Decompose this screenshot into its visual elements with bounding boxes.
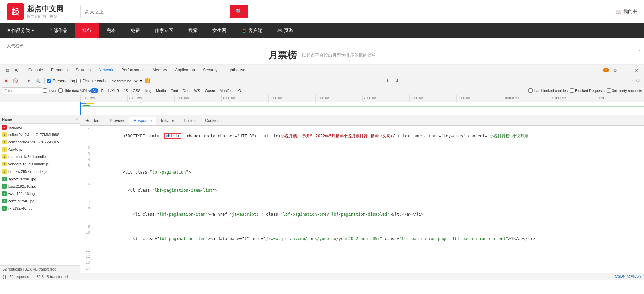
tab-timing[interactable]: Timing [179, 117, 200, 125]
file-list-panel: Name × H yuepiao/ J collect?v=2&tid=G-FZ… [0, 115, 80, 273]
site-logo: 起 起点中文网 阅文集团 旗下网站 [7, 3, 64, 20]
filter-type-fetch[interactable]: Fetch/XHR [99, 88, 121, 93]
file-name: collect?v=2&tid=G-FZMMH98S [8, 133, 59, 137]
filter-type-js[interactable]: JS [122, 88, 130, 93]
preserve-log-checkbox[interactable]: Preserve log [47, 79, 75, 83]
toolbar-divider-2 [44, 78, 45, 84]
search-input[interactable] [81, 6, 230, 17]
tick-6000: 6000 ms [315, 95, 362, 102]
site-nav: ≡ 作品分类 ▾ 全部作品 排行 完本 免费 作家专区 搜索 女生网 📱 客户端… [0, 23, 644, 38]
timeline-yellow-tick [317, 107, 322, 107]
page-title-area: 月票榜 以起点平台投出月票为排序依据的榜单 [268, 49, 376, 62]
blocked-requests-checkbox[interactable]: Blocked Requests [570, 88, 605, 93]
nav-item-complete[interactable]: 完本 [99, 23, 123, 38]
search-requests-btn[interactable]: 🔍 [34, 77, 42, 85]
clear-button[interactable]: 🚫 [11, 77, 19, 85]
timeline-bar-3 [86, 103, 94, 104]
filter-type-css[interactable]: CSS [131, 88, 143, 93]
filter-right: Has blocked cookies Blocked Requests 3rd… [528, 88, 642, 93]
elements-picker-icon[interactable]: ↖ [12, 66, 21, 75]
filter-type-ws[interactable]: WS [192, 88, 202, 93]
requests-status: 62 requests [9, 275, 29, 279]
tab-memory[interactable]: Memory [149, 66, 171, 75]
list-item[interactable]: I cqbz192x46.jpg [0, 197, 80, 205]
issues-badge[interactable]: 1 [603, 68, 609, 72]
hide-data-urls-checkbox[interactable]: Hide data URLs [58, 88, 90, 93]
tab-headers[interactable]: Headers [80, 117, 105, 125]
expand-arrow[interactable]: › [639, 48, 641, 54]
nav-item-female[interactable]: 女生网 [205, 23, 234, 38]
filter-input[interactable] [2, 87, 42, 94]
close-devtools-icon[interactable]: ✕ [632, 66, 641, 75]
nav-item-free[interactable]: 免费 [123, 23, 147, 38]
file-type-icon: I [2, 206, 7, 211]
my-book-label: 我的书 [623, 9, 637, 15]
list-item[interactable]: I wzzs192x46.jpg [0, 190, 80, 197]
tab-initiator[interactable]: Initiator [156, 117, 179, 125]
device-toggle-icon[interactable]: ⧉ [3, 66, 12, 75]
filter-type-wasm[interactable]: Wasm [203, 88, 217, 93]
list-item[interactable]: J collect?v=2&tid=G-FZMMH98S [0, 131, 80, 138]
list-item[interactable]: H yuepiao/ [0, 124, 80, 131]
invert-checkbox[interactable]: Invert [43, 88, 58, 93]
tab-cookies[interactable]: Cookies [200, 117, 224, 125]
settings-network-icon[interactable]: ⚙ [634, 77, 642, 85]
filter-type-doc[interactable]: Doc [181, 88, 192, 93]
filter-type-other[interactable]: Other [236, 88, 250, 93]
tab-network[interactable]: Network [95, 66, 117, 75]
export-icon[interactable]: ⬇ [393, 77, 401, 85]
json-label[interactable]: { } [3, 275, 6, 279]
list-item[interactable]: J hotnew.26527.bundle.js [0, 168, 80, 175]
file-list-name-header: Name [2, 117, 12, 121]
tab-sources[interactable]: Sources [72, 66, 95, 75]
list-item[interactable]: I rxfs192x46.jpg [0, 205, 80, 212]
tab-performance[interactable]: Performance [117, 66, 149, 75]
online-status-icon[interactable]: 📶 [143, 77, 151, 85]
tab-console[interactable]: Console [24, 66, 47, 75]
code-line: 12 [80, 254, 644, 260]
file-list-close[interactable]: × [76, 117, 78, 121]
nav-item-classify[interactable]: ≡ 作品分类 ▾ [0, 23, 41, 38]
filter-type-all[interactable]: All [90, 88, 98, 93]
attribution: CSDN @福亿点 [615, 274, 641, 279]
list-item[interactable]: I bzsc2192x46.jpg [0, 183, 80, 190]
disable-cache-checkbox[interactable]: Disable cache [76, 79, 107, 83]
filter-type-font[interactable]: Font [169, 88, 180, 93]
tab-security[interactable]: Security [199, 66, 221, 75]
tab-application[interactable]: Application [171, 66, 199, 75]
settings-icon[interactable]: ⚙ [610, 66, 620, 75]
list-item[interactable]: I sgqyz192x46.jpg [0, 175, 80, 183]
filter-type-media[interactable]: Media [154, 88, 168, 93]
code-area[interactable]: 1 <!DOCTYPE html> <html> <head> <meta ch… [80, 126, 644, 273]
filter-type-manifest[interactable]: Manifest [218, 88, 236, 93]
nav-item-all-works[interactable]: 全部作品 [41, 23, 75, 38]
list-item[interactable]: J collect?v=2&tid=G-PFYW0QLV. [0, 138, 80, 146]
has-blocked-checkbox[interactable]: Has blocked cookies [528, 88, 568, 93]
devtools-topbar: ⧉ ↖ Console Elements Sources Network Per… [0, 65, 644, 76]
record-button[interactable]: ⏺ [2, 77, 10, 85]
nav-item-game[interactable]: 🎮 页游 [270, 23, 301, 38]
nav-item-client[interactable]: 📱 客户端 [234, 23, 270, 38]
my-book[interactable]: 📖 我的书 [615, 9, 637, 15]
tab-lighthouse[interactable]: Lighthouse [221, 66, 249, 75]
nav-item-author[interactable]: 作家专区 [147, 23, 181, 38]
search-button[interactable]: 🔍 [230, 5, 248, 18]
code-line: 5 <div class="lbf-pagination"> [80, 163, 644, 181]
file-type-icon: I [2, 199, 7, 203]
list-item[interactable]: J vendors.1d1e3.bundle.js [0, 160, 80, 168]
nav-item-ranking[interactable]: 排行 [75, 23, 99, 38]
tab-preview[interactable]: Preview [105, 117, 129, 125]
logo-cn: 起点中文网 [27, 4, 64, 14]
nav-item-search[interactable]: 搜索 [181, 23, 205, 38]
tab-elements[interactable]: Elements [47, 66, 72, 75]
third-party-checkbox[interactable]: 3rd-party requests [607, 88, 642, 93]
file-name: rxfs192x46.jpg [8, 206, 33, 210]
list-item[interactable]: J 4za4o.js [0, 146, 80, 153]
filter-type-img[interactable]: Img [143, 88, 153, 93]
more-options-icon[interactable]: ⋮ [621, 66, 631, 75]
throttling-select[interactable]: No throttling [109, 78, 139, 84]
list-item[interactable]: J manifest.1a54d.bundle.js [0, 153, 80, 160]
tab-response[interactable]: Response [129, 117, 156, 125]
filter-icon-btn[interactable]: ▼ [24, 77, 33, 85]
import-icon[interactable]: ⬆ [384, 77, 392, 85]
